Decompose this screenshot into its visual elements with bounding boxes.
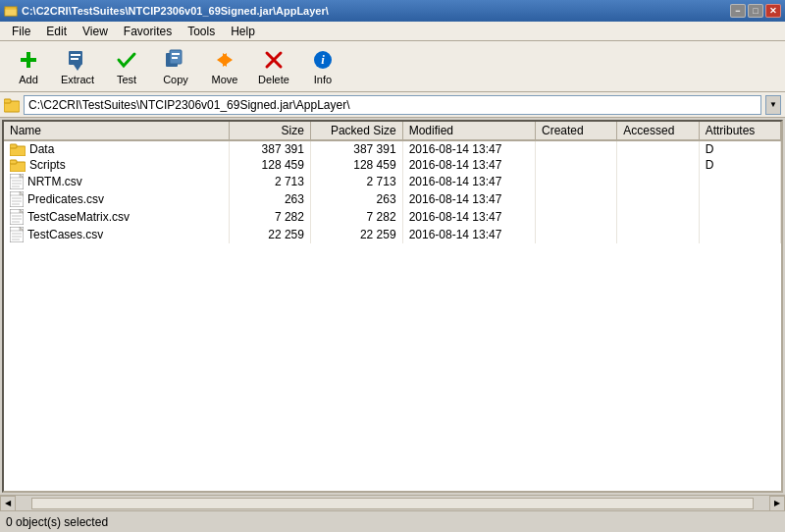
menu-favorites[interactable]: Favorites (116, 23, 180, 40)
address-input[interactable] (24, 95, 761, 115)
info-icon: i (311, 48, 335, 72)
scroll-track[interactable] (31, 498, 754, 509)
file-tbody: Data387 391387 3912016-08-14 13:47DScrip… (4, 140, 781, 243)
add-button[interactable]: Add (6, 45, 51, 88)
table-row[interactable]: Data387 391387 3912016-08-14 13:47D (4, 140, 781, 157)
table-row[interactable]: TestCases.csv22 25922 2592016-08-14 13:4… (4, 226, 781, 243)
info-label: Info (314, 74, 332, 85)
file-created (536, 226, 617, 243)
file-name: NRTM.csv (27, 175, 82, 188)
file-row-name: TestCases.csv (10, 227, 223, 242)
file-name: TestCases.csv (27, 228, 103, 241)
file-packed-size: 7 282 (310, 208, 402, 226)
svg-rect-10 (172, 53, 180, 55)
menu-tools[interactable]: Tools (180, 23, 223, 40)
file-created (536, 157, 617, 173)
csv-file-icon (10, 174, 24, 189)
file-size: 7 282 (229, 208, 310, 226)
svg-rect-7 (71, 58, 78, 60)
svg-marker-5 (74, 65, 81, 71)
app-icon (4, 4, 18, 18)
table-row[interactable]: TestCaseMatrix.csv7 2827 2822016-08-14 1… (4, 208, 781, 226)
file-modified: 2016-08-14 13:47 (402, 173, 535, 190)
file-accessed (617, 226, 699, 243)
scroll-right-button[interactable]: ▶ (769, 496, 785, 511)
col-created[interactable]: Created (536, 122, 617, 140)
svg-rect-19 (4, 99, 11, 103)
test-icon (115, 48, 138, 72)
file-modified: 2016-08-14 13:47 (402, 157, 535, 173)
minimize-button[interactable]: − (730, 4, 746, 18)
scroll-left-button[interactable]: ◀ (0, 496, 16, 511)
file-packed-size: 22 259 (310, 226, 402, 243)
extract-icon (66, 48, 89, 72)
file-attributes (699, 226, 780, 243)
menu-help[interactable]: Help (223, 23, 263, 40)
file-row-name: TestCaseMatrix.csv (10, 209, 223, 225)
file-row-name: Data (10, 142, 223, 156)
maximize-button[interactable]: □ (748, 4, 763, 18)
move-button[interactable]: Move (202, 45, 247, 88)
copy-icon (164, 48, 187, 72)
file-attributes: D (699, 157, 780, 173)
file-packed-size: 263 (310, 190, 402, 208)
title-bar-left: C:\C2CRI\TestSuites\NTCIP2306v01_69Signe… (4, 4, 329, 18)
col-packed[interactable]: Packed Size (310, 122, 402, 140)
close-button[interactable]: ✕ (765, 4, 781, 18)
address-dropdown[interactable]: ▼ (765, 95, 781, 115)
file-created (536, 140, 617, 157)
extract-button[interactable]: Extract (55, 45, 100, 88)
file-size: 128 459 (229, 157, 310, 173)
address-folder-icon (4, 97, 20, 113)
file-name: Data (29, 142, 54, 156)
table-row[interactable]: Predicates.csv2632632016-08-14 13:47 (4, 190, 781, 208)
col-size[interactable]: Size (229, 122, 310, 140)
file-size: 22 259 (229, 226, 310, 243)
file-size: 263 (229, 190, 310, 208)
svg-rect-1 (5, 9, 17, 16)
col-name[interactable]: Name (4, 122, 229, 140)
csv-file-icon (10, 191, 24, 207)
delete-button[interactable]: Delete (251, 45, 296, 88)
svg-rect-23 (10, 160, 17, 164)
file-created (536, 173, 617, 190)
svg-rect-21 (10, 144, 17, 148)
file-modified: 2016-08-14 13:47 (402, 226, 535, 243)
file-row-name: Scripts (10, 158, 223, 172)
menu-file[interactable]: File (4, 23, 38, 40)
file-accessed (617, 173, 699, 190)
test-button[interactable]: Test (104, 45, 149, 88)
move-label: Move (212, 74, 238, 85)
address-bar: ▼ (0, 92, 785, 118)
file-accessed (617, 157, 699, 173)
file-accessed (617, 208, 699, 226)
file-attributes (699, 190, 780, 208)
status-bar: 0 object(s) selected (0, 510, 785, 532)
svg-marker-13 (223, 53, 233, 67)
file-modified: 2016-08-14 13:47 (402, 190, 535, 208)
table-row[interactable]: Scripts128 459128 4592016-08-14 13:47D (4, 157, 781, 173)
file-accessed (617, 190, 699, 208)
menu-edit[interactable]: Edit (38, 23, 75, 40)
table-row[interactable]: NRTM.csv2 7132 7132016-08-14 13:47 (4, 173, 781, 190)
file-created (536, 190, 617, 208)
toolbar: Add Extract Test (0, 41, 785, 92)
folder-icon (10, 158, 26, 172)
title-bar: C:\C2CRI\TestSuites\NTCIP2306v01_69Signe… (0, 0, 785, 22)
copy-button[interactable]: Copy (153, 45, 198, 88)
menu-bar: File Edit View Favorites Tools Help (0, 22, 785, 41)
extract-label: Extract (61, 74, 94, 85)
file-size: 2 713 (229, 173, 310, 190)
file-table: Name Size Packed Size Modified Created A… (4, 122, 781, 243)
add-label: Add (19, 74, 38, 85)
col-modified[interactable]: Modified (402, 122, 535, 140)
col-attributes[interactable]: Attributes (699, 122, 780, 140)
horizontal-scrollbar[interactable]: ◀ ▶ (0, 495, 785, 510)
file-modified: 2016-08-14 13:47 (402, 140, 535, 157)
col-accessed[interactable]: Accessed (617, 122, 699, 140)
file-name: Scripts (29, 158, 66, 172)
delete-icon (262, 48, 286, 72)
menu-view[interactable]: View (75, 23, 116, 40)
file-packed-size: 2 713 (310, 173, 402, 190)
info-button[interactable]: i Info (300, 45, 345, 88)
